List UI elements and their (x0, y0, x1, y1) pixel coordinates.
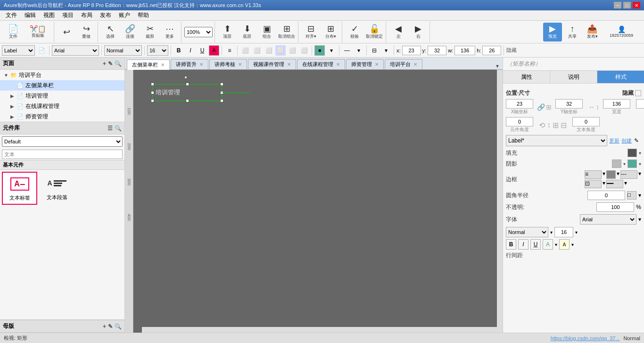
radius-type-box[interactable]: □ (627, 191, 636, 200)
tab-left-menu[interactable]: 左侧菜单栏 ✕ (127, 59, 170, 70)
line-dropdown-button[interactable]: ▾ (354, 45, 364, 56)
handle-tl[interactable] (151, 83, 154, 86)
border-pos-box[interactable]: ⊡ (585, 180, 602, 188)
handle-tm[interactable] (186, 83, 189, 86)
line-color-button[interactable]: — (342, 45, 352, 56)
hidden-checkbox[interactable] (635, 90, 641, 96)
border-width-dropdown[interactable]: ▾ (624, 180, 627, 188)
crop-button[interactable]: ✂ 裁剪 (140, 23, 159, 42)
distribute-button[interactable]: ⊞ 分布▾ (321, 23, 340, 42)
left-button[interactable]: ◀ 左 (389, 23, 408, 42)
publish-button[interactable]: 📤 发布▾ (583, 23, 602, 42)
widget-lib-menu-icon[interactable]: ☰ (107, 125, 113, 132)
border-color-box[interactable] (606, 170, 616, 179)
align-left-button[interactable]: ⬜ (240, 45, 250, 56)
tab-close-0[interactable]: ✕ (161, 62, 165, 67)
align-right-button[interactable]: ⬜ (264, 45, 274, 56)
tab-close-4[interactable]: ✕ (336, 62, 340, 67)
style-select[interactable]: Label (2, 45, 35, 56)
scrollbar-vertical[interactable] (497, 70, 503, 333)
tab-lecturer-promotion[interactable]: 讲师晋升 ✕ (171, 59, 208, 69)
ungroup-button[interactable]: ⊞ 取消组合 (277, 23, 296, 42)
widget-text-paragraph[interactable]: A 文本段落 (39, 172, 74, 205)
align-top-button[interactable]: ⬜ (287, 45, 297, 56)
w-coord-input[interactable]: 136 (603, 99, 630, 109)
font-size-input[interactable]: 16 (554, 227, 573, 237)
align-fill-button[interactable]: ⬜ (275, 45, 286, 56)
tab-teacher-manage[interactable]: 师资管理 ✕ (346, 59, 384, 69)
canvas-content[interactable]: 培训管理 (133, 70, 503, 333)
zoom-select[interactable]: 100% 50% 75% 150% 200% (184, 27, 213, 37)
h-coord-input[interactable]: 26 (636, 99, 644, 109)
color-dropdown[interactable]: ▾ (555, 242, 557, 247)
y-input[interactable]: 32 (428, 46, 446, 55)
shadow-color-box1[interactable] (612, 159, 621, 168)
masters-search-icon[interactable]: 🔍 (115, 323, 122, 330)
new-style-button[interactable]: 📄 (36, 45, 47, 56)
w-input[interactable]: 136 (454, 46, 475, 55)
update-link[interactable]: 更新 (609, 137, 619, 144)
style-main-select[interactable]: Label* (506, 135, 607, 146)
underline-button[interactable]: U (197, 45, 207, 56)
bg-dropdown[interactable]: ▾ (571, 242, 574, 247)
handle-ml[interactable] (151, 91, 154, 94)
text-angle-input[interactable]: 0 (572, 117, 600, 126)
align-center-button[interactable]: ⬜ (252, 45, 262, 56)
pages-search-icon[interactable]: 🔍 (115, 60, 122, 67)
undo-button[interactable]: ↩ (57, 23, 76, 42)
tree-left-menu[interactable]: 📄 左侧菜单栏 (0, 80, 124, 91)
fill-dropdown-button[interactable]: ▾ (326, 45, 337, 56)
opacity-input[interactable]: 100 (596, 202, 634, 212)
border-style-dropdown[interactable]: ▾ (603, 170, 605, 179)
menu-file[interactable]: 文件 (2, 10, 21, 20)
right-tab-notes[interactable]: 说明 (550, 71, 597, 83)
x-coord-input[interactable]: 23 (506, 99, 533, 109)
radius-dropdown[interactable]: ▾ (638, 192, 641, 199)
font-color-button[interactable]: A (209, 45, 219, 56)
weight-select[interactable]: Normal (104, 45, 142, 56)
maximize-button[interactable]: □ (623, 2, 631, 8)
border-dash-dropdown[interactable]: ▾ (638, 170, 641, 179)
border-color-dropdown[interactable]: ▾ (617, 170, 619, 179)
font-value-select[interactable]: Arial (580, 214, 636, 225)
handle-br[interactable] (220, 99, 223, 102)
rotate-handle[interactable] (184, 76, 187, 79)
unlock-button[interactable]: 🔓 取消锁定 (365, 23, 384, 42)
right-button[interactable]: ▶ 右 (409, 23, 428, 42)
menu-view[interactable]: 视图 (40, 10, 58, 20)
shadow-color-box2[interactable] (627, 159, 637, 168)
radius-input[interactable]: 0 (587, 191, 625, 200)
canvas-widget-training[interactable]: 培训管理 (152, 84, 222, 101)
menu-help[interactable]: 帮助 (134, 10, 153, 20)
list-button[interactable]: ≡ (224, 45, 235, 56)
scrollbar-horizontal[interactable] (142, 327, 497, 333)
connect-button[interactable]: 🔗 连接 (121, 23, 140, 42)
size-dropdown[interactable]: ▾ (575, 230, 578, 235)
new-file-button[interactable]: 📄 文件 (4, 23, 23, 42)
preview-button[interactable]: ▶ 预览 (543, 23, 562, 42)
font-select[interactable]: Arial (52, 45, 99, 56)
elem-angle-input[interactable]: 0 (506, 117, 533, 126)
handle-tr[interactable] (220, 83, 223, 86)
tab-online-course[interactable]: 在线课程管理 ✕ (297, 59, 345, 69)
minimize-button[interactable]: ─ (614, 2, 621, 8)
font-weight-select[interactable]: Normal (506, 227, 548, 237)
fill-dropdown[interactable]: ▾ (639, 151, 641, 156)
bg-style-btn[interactable]: A (559, 239, 570, 250)
border-style-button[interactable]: ⊟ (369, 45, 380, 56)
tree-online-course[interactable]: ▶ 📄 在线课程管理 (0, 101, 124, 111)
border-dash-box[interactable]: --- (620, 170, 637, 179)
masters-add-icon[interactable]: + (103, 323, 106, 330)
y-coord-input[interactable]: 32 (555, 99, 583, 109)
bold-button[interactable]: B (173, 45, 184, 56)
fill-color-button[interactable]: ■ (314, 45, 325, 56)
tabs-more-icon[interactable]: ▾ (496, 63, 499, 69)
pages-add-icon[interactable]: + (103, 60, 106, 67)
tab-lecturer-eval[interactable]: 讲师考核 ✕ (209, 59, 247, 69)
fill-color-box[interactable] (627, 149, 637, 157)
italic-style-btn[interactable]: I (518, 239, 528, 250)
underline-style-btn[interactable]: U (530, 239, 541, 250)
shadow-dropdown2[interactable]: ▾ (639, 161, 641, 167)
tab-close-3[interactable]: ✕ (287, 62, 291, 67)
tab-close-2[interactable]: ✕ (238, 62, 242, 67)
